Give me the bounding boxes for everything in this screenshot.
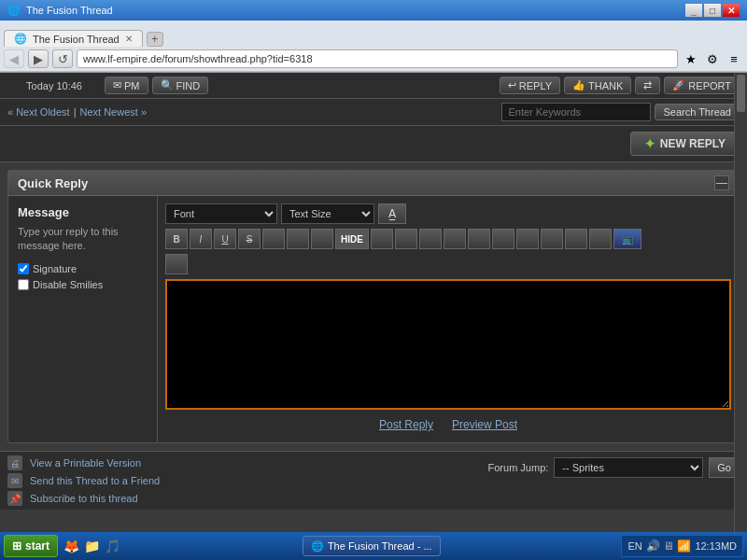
- taskbar-quick-launch: 🦊 📁 🎵: [62, 537, 121, 541]
- post-time: Today 10:46: [7, 80, 101, 91]
- browser-icon: 🌐: [7, 5, 21, 17]
- format-btn-5[interactable]: [262, 229, 285, 249]
- quick-reply-header: Quick Reply —: [8, 171, 739, 196]
- tab-close-button[interactable]: ✕: [125, 34, 133, 44]
- bookmark-button[interactable]: ★: [682, 49, 700, 68]
- forum-jump-select[interactable]: -- Sprites: [554, 457, 703, 478]
- reply-textarea[interactable]: [165, 279, 731, 410]
- disable-smilies-row: Disable Smilies: [18, 279, 148, 290]
- font-color-button[interactable]: A̲: [378, 203, 406, 224]
- format-btn-11[interactable]: [419, 229, 442, 249]
- pm-button[interactable]: ✉ PM: [105, 77, 148, 94]
- reload-button[interactable]: ↺: [52, 49, 73, 68]
- new-tab-button[interactable]: +: [147, 32, 163, 47]
- disable-smilies-checkbox[interactable]: [18, 279, 29, 290]
- thank-button[interactable]: 👍 THANK: [564, 77, 631, 94]
- find-button[interactable]: 🔍 FIND: [152, 77, 209, 94]
- format-btn-16[interactable]: [541, 229, 563, 249]
- format-btn-7[interactable]: [311, 229, 333, 249]
- extra-format-button[interactable]: [165, 254, 188, 274]
- format-btn-14[interactable]: [492, 229, 514, 249]
- taskbar-folder-icon[interactable]: 📁: [82, 537, 101, 541]
- scrollbar[interactable]: [734, 73, 747, 541]
- close-button[interactable]: ✕: [723, 4, 740, 17]
- reply-icon: ↩: [508, 79, 516, 91]
- window-title: The Fusion Thread: [26, 5, 113, 16]
- title-bar: 🌐 The Fusion Thread _ □ ✕: [0, 0, 747, 21]
- underline-button[interactable]: U: [214, 229, 236, 249]
- forum-jump-label: Forum Jump:: [488, 462, 549, 473]
- format-btn-10[interactable]: [395, 229, 417, 249]
- nav-bar: ◀ ▶ ↺ www.lf-empire.de/forum/showthread.…: [0, 47, 747, 72]
- signature-row: Signature: [18, 263, 148, 274]
- bold-button[interactable]: B: [165, 229, 188, 249]
- format-btn-13[interactable]: [468, 229, 490, 249]
- address-bar[interactable]: www.lf-empire.de/forum/showthread.php?ti…: [77, 49, 678, 68]
- subscribe-icon: 📌: [7, 491, 22, 506]
- report-button[interactable]: 🚀 REPORT: [664, 77, 740, 94]
- new-reply-button[interactable]: ✦ NEW REPLY: [630, 132, 740, 156]
- font-select[interactable]: Font: [165, 203, 277, 224]
- format-btn-12[interactable]: [444, 229, 466, 249]
- find-icon: 🔍: [161, 79, 174, 91]
- format-btn-15[interactable]: [516, 229, 539, 249]
- preview-post-button[interactable]: Preview Post: [452, 418, 517, 431]
- next-newest-link[interactable]: Next Newest »: [80, 106, 148, 118]
- prev-oldest-link[interactable]: « Next Oldest: [7, 106, 70, 118]
- start-button[interactable]: ⊞ start: [4, 535, 58, 541]
- friend-link[interactable]: ✉ Send this Thread to a Friend: [7, 473, 160, 488]
- post-actions: Post Reply Preview Post: [165, 413, 731, 435]
- page-content: Today 10:46 ✉ PM 🔍 FIND ↩ REPLY 👍 THANK …: [0, 73, 747, 541]
- bottom-bar: 🖨 View a Printable Version ✉ Send this T…: [0, 451, 747, 510]
- taskbar-ie-icon[interactable]: 🦊: [62, 537, 80, 541]
- italic-button[interactable]: I: [190, 229, 212, 249]
- taskbar-media-icon[interactable]: 🎵: [103, 537, 121, 541]
- format-btn-9[interactable]: [371, 229, 393, 249]
- printable-link[interactable]: 🖨 View a Printable Version: [7, 455, 160, 470]
- taskbar-browser-task[interactable]: 🌐 The Fusion Thread - ...: [303, 536, 441, 541]
- font-color-icon: A̲: [388, 207, 396, 220]
- reply-button[interactable]: ↩ REPLY: [500, 77, 560, 94]
- scroll-thumb[interactable]: [737, 75, 745, 112]
- subscribe-link[interactable]: 📌 Subscribe to this thread: [7, 491, 160, 506]
- thank-icon: 👍: [572, 79, 585, 91]
- quick-reply-panel: Quick Reply — Message Type your reply to…: [7, 170, 740, 443]
- menu-button[interactable]: ≡: [725, 49, 743, 68]
- taskbar-system-tray: EN 🔊 🖥 📶 12:13MD: [621, 535, 743, 541]
- url-text: www.lf-empire.de/forum/showthread.php?ti…: [83, 53, 313, 64]
- printable-icon: 🖨: [7, 455, 22, 470]
- tab-favicon: 🌐: [14, 33, 27, 45]
- active-tab[interactable]: 🌐 The Fusion Thread ✕: [4, 30, 143, 47]
- search-input[interactable]: [501, 103, 651, 121]
- settings-icon[interactable]: ⚙: [703, 49, 722, 68]
- format-btn-18[interactable]: [589, 229, 612, 249]
- taskbar-clock: 12:13MD: [695, 540, 737, 541]
- forward-button[interactable]: ▶: [28, 49, 49, 68]
- format-btn-6[interactable]: [287, 229, 309, 249]
- search-thread-button[interactable]: Search Thread: [655, 104, 740, 120]
- maximize-button[interactable]: □: [704, 4, 721, 17]
- format-btn-17[interactable]: [565, 229, 587, 249]
- thread-nav-row: « Next Oldest | Next Newest » Search Thr…: [0, 99, 747, 126]
- signature-checkbox[interactable]: [18, 263, 29, 274]
- media-button[interactable]: 📺: [613, 229, 641, 249]
- post-reply-button[interactable]: Post Reply: [379, 418, 433, 431]
- taskbar-browser-icon: 🌐: [311, 540, 324, 542]
- quick-reply-title: Quick Reply: [18, 176, 88, 190]
- back-button[interactable]: ◀: [4, 49, 24, 68]
- message-hint: Type your reply to this message here.: [18, 225, 148, 254]
- format-buttons-row1: B I U S HIDE: [165, 229, 731, 249]
- strikethrough-button[interactable]: S: [238, 229, 261, 249]
- arrows-button[interactable]: ⇄: [635, 77, 660, 94]
- editor-toolbar: Font Text Size A̲: [165, 203, 731, 224]
- text-size-select[interactable]: Text Size: [281, 203, 374, 224]
- editor-col: Font Text Size A̲ B I U S: [158, 196, 739, 442]
- quick-reply-minimize-button[interactable]: —: [714, 175, 729, 190]
- tab-title: The Fusion Thread: [33, 34, 120, 45]
- taskbar: ⊞ start 🦊 📁 🎵 🌐 The Fusion Thread - ... …: [0, 532, 747, 541]
- hide-button[interactable]: HIDE: [335, 229, 369, 249]
- minimize-button[interactable]: _: [685, 4, 702, 17]
- format-buttons-row2: [165, 254, 731, 274]
- signature-label: Signature: [33, 263, 77, 274]
- system-icons: 🔊 🖥 📶: [646, 539, 692, 541]
